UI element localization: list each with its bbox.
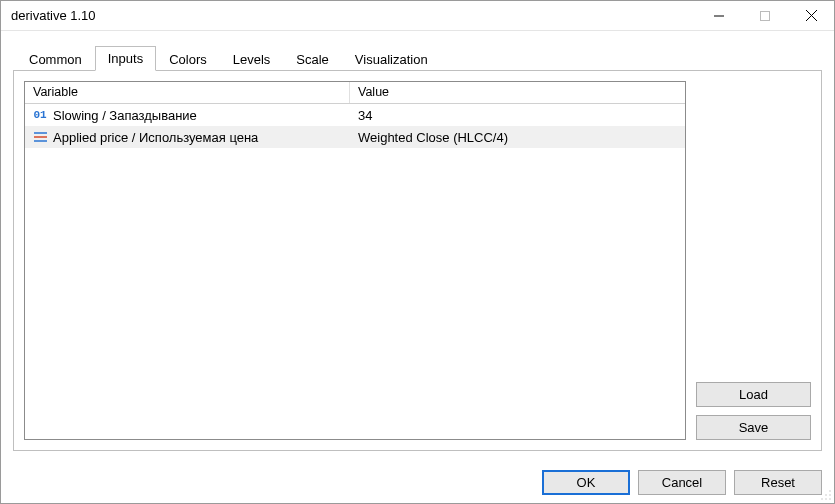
table-row[interactable]: Applied price / Используемая цена Weight…: [25, 126, 685, 148]
variable-name: Slowing / Запаздывание: [53, 108, 197, 123]
tab-visualization[interactable]: Visualization: [342, 47, 441, 71]
svg-point-9: [829, 494, 831, 496]
variable-name: Applied price / Используемая цена: [53, 130, 258, 145]
enum-type-icon: [33, 130, 47, 144]
maximize-button: [742, 1, 788, 30]
col-header-variable[interactable]: Variable: [25, 82, 350, 103]
resize-grip-icon[interactable]: [820, 489, 832, 501]
tab-levels[interactable]: Levels: [220, 47, 284, 71]
variable-value: Weighted Close (HLCC/4): [358, 130, 508, 145]
tab-bar: Common Inputs Colors Levels Scale Visual…: [16, 44, 822, 70]
svg-point-11: [825, 498, 827, 500]
bottom-button-bar: OK Cancel Reset: [1, 461, 834, 503]
ok-button[interactable]: OK: [542, 470, 630, 495]
table-cell-variable: 01 Slowing / Запаздывание: [25, 104, 350, 126]
save-button[interactable]: Save: [696, 415, 811, 440]
tab-panel: Variable Value 01 Slowing / Запаздывание…: [13, 70, 822, 451]
content-area: Common Inputs Colors Levels Scale Visual…: [1, 31, 834, 461]
dialog-window: derivative 1.10 Common Inputs Colors Lev…: [0, 0, 835, 504]
minimize-button[interactable]: [696, 1, 742, 30]
tab-scale[interactable]: Scale: [283, 47, 342, 71]
table-cell-value[interactable]: 34: [350, 104, 685, 126]
reset-button[interactable]: Reset: [734, 470, 822, 495]
number-type-icon: 01: [33, 108, 47, 122]
svg-point-12: [829, 498, 831, 500]
tab-common[interactable]: Common: [16, 47, 95, 71]
close-button[interactable]: [788, 1, 834, 30]
table-body: 01 Slowing / Запаздывание 34: [25, 104, 685, 439]
variable-value: 34: [358, 108, 372, 123]
svg-point-10: [821, 498, 823, 500]
window-controls: [696, 1, 834, 30]
table-cell-value[interactable]: Weighted Close (HLCC/4): [350, 126, 685, 148]
inputs-table: Variable Value 01 Slowing / Запаздывание…: [24, 81, 686, 440]
titlebar: derivative 1.10: [1, 1, 834, 31]
table-row[interactable]: 01 Slowing / Запаздывание 34: [25, 104, 685, 126]
table-header: Variable Value: [25, 82, 685, 104]
svg-rect-1: [761, 11, 770, 20]
svg-point-8: [825, 494, 827, 496]
tab-inputs[interactable]: Inputs: [95, 46, 156, 71]
load-button[interactable]: Load: [696, 382, 811, 407]
table-cell-variable: Applied price / Используемая цена: [25, 126, 350, 148]
side-button-panel: Load Save: [696, 81, 811, 440]
cancel-button[interactable]: Cancel: [638, 470, 726, 495]
col-header-value[interactable]: Value: [350, 82, 685, 103]
svg-point-7: [829, 490, 831, 492]
window-title: derivative 1.10: [11, 8, 96, 23]
tab-colors[interactable]: Colors: [156, 47, 220, 71]
